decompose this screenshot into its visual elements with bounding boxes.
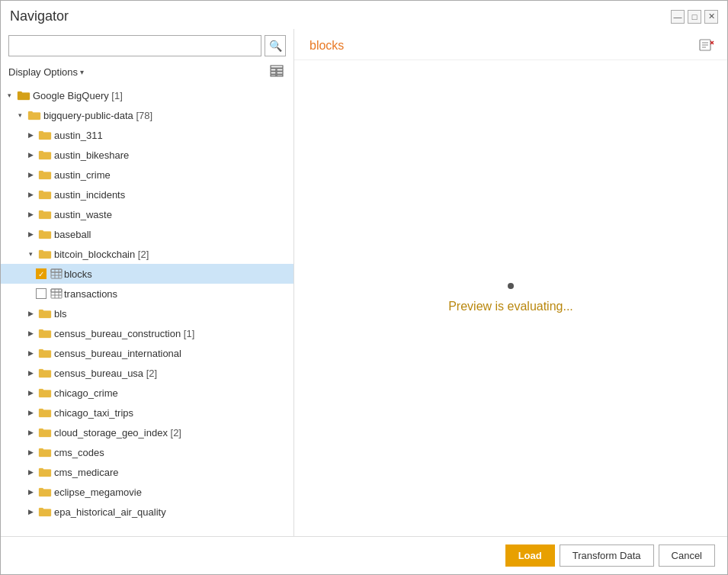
- arrow-austin_bikeshare: ▶: [25, 149, 36, 160]
- tree-item-cloud_storage_geo_index[interactable]: ▶ cloud_storage_geo_index [2]: [1, 422, 293, 442]
- preview-action-button[interactable]: [698, 38, 715, 53]
- checkbox-blocks[interactable]: ✓: [36, 268, 47, 279]
- svg-rect-11: [51, 269, 62, 278]
- item-label-chicago_taxi_trips: chicago_taxi_trips: [54, 407, 133, 419]
- evaluating-text: Preview is evaluating...: [448, 300, 573, 313]
- tree-item-epa_historical_air_quality[interactable]: ▶ epa_historical_air_quality: [1, 502, 293, 522]
- item-label-cms_codes: cms_codes: [54, 447, 104, 458]
- arrow-bitcoin_blockchain: ▾: [25, 249, 36, 259]
- close-button[interactable]: ✕: [704, 10, 718, 24]
- toolbar-row: Display Options ▾: [1, 63, 293, 85]
- tree-item-chicago_taxi_trips[interactable]: ▶ chicago_taxi_trips: [1, 403, 293, 422]
- item-label-bitcoin_blockchain: bitcoin_blockchain [2]: [54, 249, 149, 260]
- svg-rect-2: [277, 69, 283, 71]
- arrow-cms_medicare: ▶: [25, 467, 36, 477]
- arrow-cloud_storage_geo_index: ▶: [25, 427, 36, 438]
- tree-item-transactions[interactable]: transactions: [1, 284, 293, 304]
- arrow-bls: ▶: [25, 308, 36, 319]
- arrow-austin_311: ▶: [25, 130, 36, 140]
- search-icon: 🔍: [269, 40, 282, 52]
- tree-item-cms_medicare[interactable]: ▶ cms_medicare: [1, 462, 293, 482]
- item-label-cloud_storage_geo_index: cloud_storage_geo_index [2]: [54, 427, 181, 438]
- arrow-baseball: ▶: [25, 229, 36, 239]
- load-button[interactable]: Load: [505, 544, 555, 567]
- tree-item-bigquery-public[interactable]: ▾ bigquery-public-data [78]: [1, 105, 293, 125]
- item-label-blocks: blocks: [64, 268, 92, 280]
- tree-item-austin_crime[interactable]: ▶ austin_crime: [1, 165, 293, 185]
- item-label-austin_bikeshare: austin_bikeshare: [54, 149, 129, 161]
- tree-item-blocks[interactable]: ✓ blocks: [1, 264, 293, 284]
- folder-icon-bitcoin_blockchain: [38, 249, 52, 259]
- tree-item-eclipse_megamovie[interactable]: ▶ eclipse_megamovie: [1, 482, 293, 502]
- item-label-google-bq: Google BigQuery [1]: [33, 90, 123, 101]
- arrow-cms_codes: ▶: [25, 447, 36, 458]
- arrow-census_bureau_international: ▶: [25, 348, 36, 358]
- folder-icon-austin_crime: [38, 169, 52, 180]
- folder-icon-epa_historical_air_quality: [38, 506, 52, 517]
- display-options-button[interactable]: Display Options ▾: [8, 66, 84, 78]
- folder-icon-google-bq: [17, 90, 30, 101]
- search-button[interactable]: 🔍: [265, 35, 286, 56]
- transform-data-button[interactable]: Transform Data: [560, 544, 654, 567]
- item-label-eclipse_megamovie: eclipse_megamovie: [54, 487, 142, 498]
- tree-item-census_bureau_construction[interactable]: ▶ census_bureau_construction [1]: [1, 323, 293, 343]
- footer: Load Transform Data Cancel: [1, 536, 727, 574]
- folder-icon-chicago_taxi_trips: [38, 407, 52, 418]
- tree-item-google-bq[interactable]: ▾ Google BigQuery [1]: [1, 85, 293, 105]
- search-input[interactable]: [8, 35, 261, 56]
- minimize-button[interactable]: —: [671, 10, 685, 24]
- item-label-cms_medicare: cms_medicare: [54, 467, 119, 478]
- table-icon-blocks: [50, 268, 63, 279]
- tree-item-baseball[interactable]: ▶ baseball: [1, 224, 293, 244]
- arrow-census_bureau_construction: ▶: [25, 328, 36, 339]
- arrow-bigquery-public: ▾: [14, 110, 25, 120]
- tree-item-bitcoin_blockchain[interactable]: ▾ bitcoin_blockchain [2]: [1, 244, 293, 264]
- table-view-icon: [270, 65, 284, 79]
- cancel-button[interactable]: Cancel: [659, 544, 715, 567]
- display-options-label: Display Options: [8, 66, 78, 78]
- tree-item-austin_waste[interactable]: ▶ austin_waste: [1, 204, 293, 224]
- tree-item-chicago_crime[interactable]: ▶ chicago_crime: [1, 383, 293, 403]
- item-label-bigquery-public: bigquery-public-data [78]: [43, 110, 152, 121]
- svg-rect-4: [277, 72, 283, 74]
- left-panel: 🔍 Display Options ▾: [1, 29, 294, 536]
- tree-scroll[interactable]: ▾ Google BigQuery [1]▾ bigquery-public-d…: [1, 85, 293, 536]
- checkbox-transactions[interactable]: [36, 288, 47, 299]
- svg-rect-6: [277, 75, 283, 76]
- folder-icon-cms_codes: [38, 447, 52, 458]
- tree-item-austin_incidents[interactable]: ▶ austin_incidents: [1, 185, 293, 204]
- arrow-chicago_taxi_trips: ▶: [25, 407, 36, 418]
- item-label-census_bureau_usa: census_bureau_usa [2]: [54, 368, 157, 379]
- folder-icon-cms_medicare: [38, 467, 52, 477]
- window-controls: — □ ✕: [671, 10, 718, 24]
- svg-rect-13: [51, 289, 62, 292]
- svg-rect-7: [51, 269, 62, 272]
- tree-item-austin_311[interactable]: ▶ austin_311: [1, 125, 293, 145]
- item-label-austin_311: austin_311: [54, 130, 103, 141]
- item-label-austin_incidents: austin_incidents: [54, 189, 125, 201]
- tree-item-census_bureau_usa[interactable]: ▶ census_bureau_usa [2]: [1, 363, 293, 383]
- content-area: 🔍 Display Options ▾: [1, 29, 727, 536]
- tree-item-cms_codes[interactable]: ▶ cms_codes: [1, 442, 293, 462]
- folder-icon-chicago_crime: [38, 387, 52, 398]
- maximize-button[interactable]: □: [688, 10, 701, 24]
- tree-item-bls[interactable]: ▶ bls: [1, 304, 293, 323]
- folder-icon-austin_incidents: [38, 189, 52, 200]
- svg-rect-3: [271, 72, 276, 74]
- item-label-baseball: baseball: [54, 229, 91, 240]
- arrow-google-bq: ▾: [4, 90, 14, 101]
- folder-icon-cloud_storage_geo_index: [38, 427, 52, 438]
- tree-item-census_bureau_international[interactable]: ▶ census_bureau_international: [1, 343, 293, 363]
- arrow-census_bureau_usa: ▶: [25, 368, 36, 378]
- svg-rect-17: [51, 289, 62, 298]
- tree-item-austin_bikeshare[interactable]: ▶ austin_bikeshare: [1, 145, 293, 165]
- arrow-eclipse_megamovie: ▶: [25, 487, 36, 497]
- preview-header: blocks: [294, 29, 727, 60]
- folder-icon-austin_311: [38, 130, 52, 140]
- folder-icon-eclipse_megamovie: [38, 487, 52, 497]
- item-label-transactions: transactions: [64, 288, 117, 300]
- folder-icon-austin_waste: [38, 209, 52, 220]
- svg-rect-0: [271, 66, 283, 68]
- view-toggle-button[interactable]: [268, 63, 286, 81]
- preview-title: blocks: [309, 39, 344, 53]
